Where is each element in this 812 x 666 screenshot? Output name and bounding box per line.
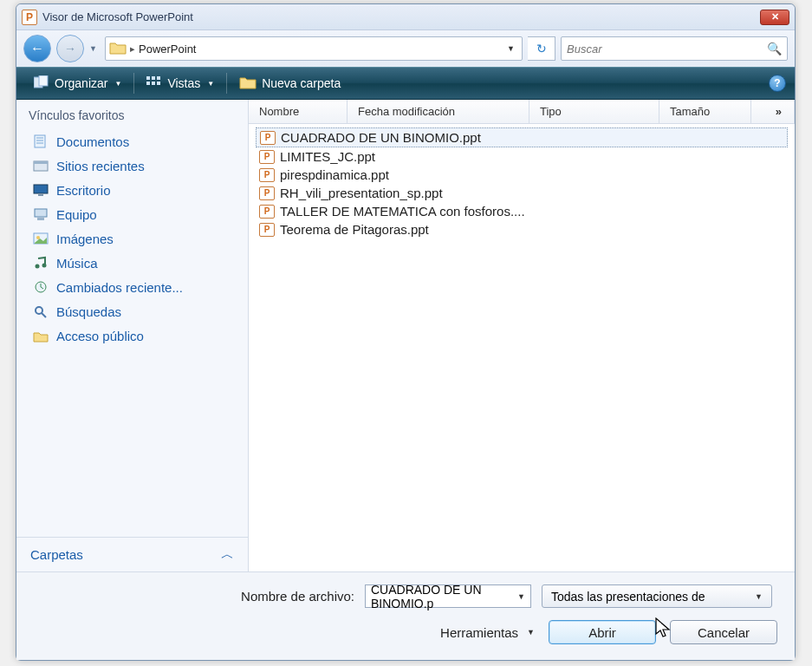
svg-rect-7 (157, 82, 160, 85)
svg-rect-13 (34, 161, 48, 164)
dialog-body: Vínculos favoritos DocumentosSitios reci… (16, 100, 795, 571)
column-type[interactable]: Tipo (529, 100, 659, 123)
sidebar-header: Vínculos favoritos (16, 100, 248, 127)
views-label: Vistas (167, 76, 200, 90)
file-row[interactable]: PTeorema de Pitagoras.ppt (256, 220, 788, 238)
cancel-button[interactable]: Cancelar (670, 620, 777, 644)
chevron-down-icon: ▼ (207, 80, 214, 88)
sidebar-item-label: Imágenes (56, 232, 114, 246)
back-button[interactable]: ← (23, 35, 51, 62)
filename-label: Nombre de archivo: (34, 589, 354, 604)
column-date[interactable]: Fecha modificación (348, 100, 529, 123)
computer-icon (32, 206, 49, 222)
file-row[interactable]: PLIMITES_JC.ppt (256, 147, 788, 166)
svg-rect-1 (39, 75, 48, 86)
arrow-left-icon: ← (30, 41, 44, 56)
desktop-icon (32, 182, 49, 198)
ppt-file-icon: P (259, 168, 275, 182)
file-pane: Nombre Fecha modificación Tipo Tamaño » … (249, 100, 795, 571)
music-icon (32, 255, 49, 271)
ppt-file-icon: P (259, 186, 275, 200)
svg-rect-16 (35, 209, 47, 217)
sidebar-item-pictures[interactable]: Imágenes (16, 226, 248, 251)
column-overflow[interactable]: » (751, 100, 795, 123)
open-button[interactable]: Abrir (549, 620, 656, 644)
svg-point-20 (36, 264, 40, 269)
titlebar: P Visor de Microsoft PowerPoint ✕ (16, 4, 795, 30)
svg-rect-4 (157, 76, 160, 80)
new-folder-label: Nueva carpeta (262, 76, 341, 90)
search-input[interactable] (567, 42, 767, 56)
views-button[interactable]: Vistas ▼ (138, 73, 223, 95)
sidebar-item-documents[interactable]: Documentos (16, 129, 248, 153)
sidebar-item-computer[interactable]: Equipo (16, 202, 248, 226)
svg-rect-6 (152, 82, 155, 85)
svg-rect-15 (38, 194, 43, 196)
ppt-file-icon: P (260, 131, 276, 145)
recent-sites-icon (32, 158, 49, 173)
sidebar-item-searches[interactable]: Búsquedas (16, 299, 248, 323)
favorites-sidebar: Vínculos favoritos DocumentosSitios reci… (16, 100, 249, 571)
folder-icon (109, 41, 127, 56)
svg-point-19 (36, 236, 40, 239)
folders-label: Carpetas (30, 547, 83, 562)
ppt-file-icon: P (259, 150, 275, 164)
open-file-dialog: P Visor de Microsoft PowerPoint ✕ ← → ▼ … (16, 3, 796, 661)
file-row[interactable]: Ppirespdinamica.ppt (256, 166, 788, 184)
file-name: pirespdinamica.ppt (280, 167, 389, 182)
toolbar-separator (226, 73, 227, 94)
close-button[interactable]: ✕ (760, 10, 789, 25)
file-name: CUADRADO DE UN BINOMIO.ppt (281, 130, 481, 145)
filename-value: CUADRADO DE UN BINOMIO.p (371, 583, 517, 610)
svg-rect-14 (34, 185, 48, 193)
help-button[interactable]: ? (769, 75, 786, 92)
sidebar-item-label: Música (56, 256, 98, 271)
file-name: LIMITES_JC.ppt (280, 149, 375, 164)
search-box[interactable]: 🔍 (561, 36, 788, 61)
file-list[interactable]: PCUADRADO DE UN BINOMIO.pptPLIMITES_JC.p… (249, 124, 795, 571)
column-size[interactable]: Tamaño (659, 100, 751, 123)
breadcrumb-separator: ▸ (130, 43, 135, 55)
ppt-file-icon: P (259, 205, 275, 219)
folders-toggle[interactable]: Carpetas ︿ (16, 537, 248, 571)
recently-changed-icon (32, 279, 49, 295)
address-dropdown[interactable]: ▼ (503, 44, 518, 53)
svg-rect-17 (37, 218, 44, 220)
organize-button[interactable]: Organizar ▼ (25, 72, 130, 95)
file-row[interactable]: PTALLER DE MATEMATICA con fosforos.... (256, 202, 788, 220)
filename-input[interactable]: CUADRADO DE UN BINOMIO.p ▼ (365, 584, 531, 608)
new-folder-button[interactable]: Nueva carpeta (231, 72, 349, 95)
breadcrumb-segment[interactable]: PowerPoint (139, 42, 196, 56)
file-row[interactable]: PRH_vili_presentation_sp.ppt (256, 184, 788, 202)
nav-history-dropdown[interactable]: ▼ (89, 44, 100, 53)
svg-rect-2 (146, 76, 150, 80)
chevron-down-icon: ▼ (527, 628, 535, 637)
sidebar-item-music[interactable]: Música (16, 251, 248, 275)
sidebar-item-desktop[interactable]: Escritorio (16, 178, 248, 202)
svg-rect-3 (152, 76, 155, 80)
dialog-footer: Nombre de archivo: CUADRADO DE UN BINOMI… (16, 571, 795, 660)
sidebar-item-label: Equipo (56, 207, 97, 222)
file-name: Teorema de Pitagoras.ppt (280, 222, 429, 237)
refresh-button[interactable]: ↻ (528, 36, 555, 61)
sidebar-item-public[interactable]: Acceso público (16, 323, 248, 348)
svg-point-21 (42, 264, 47, 268)
help-icon: ? (774, 77, 780, 89)
sidebar-item-label: Sitios recientes (56, 159, 145, 173)
chevron-down-icon[interactable]: ▼ (517, 592, 525, 601)
close-icon: ✕ (771, 11, 779, 23)
file-row[interactable]: PCUADRADO DE UN BINOMIO.ppt (256, 127, 788, 147)
sidebar-item-recently-changed[interactable]: Cambiados reciente... (16, 275, 248, 299)
public-icon (32, 328, 49, 343)
sidebar-item-recent-sites[interactable]: Sitios recientes (16, 153, 248, 178)
nav-bar: ← → ▼ ▸ PowerPoint ▼ ↻ 🔍 (16, 30, 795, 67)
tools-menu[interactable]: Herramientas ▼ (440, 625, 535, 640)
svg-point-23 (36, 307, 42, 314)
file-name: TALLER DE MATEMATICA con fosforos.... (280, 204, 525, 219)
sidebar-item-label: Documentos (56, 134, 129, 149)
address-bar[interactable]: ▸ PowerPoint ▼ (105, 36, 523, 61)
documents-icon (32, 134, 49, 149)
file-type-filter[interactable]: Todas las presentaciones de ▼ (542, 584, 772, 608)
forward-button[interactable]: → (56, 35, 84, 62)
column-name[interactable]: Nombre (249, 100, 348, 123)
